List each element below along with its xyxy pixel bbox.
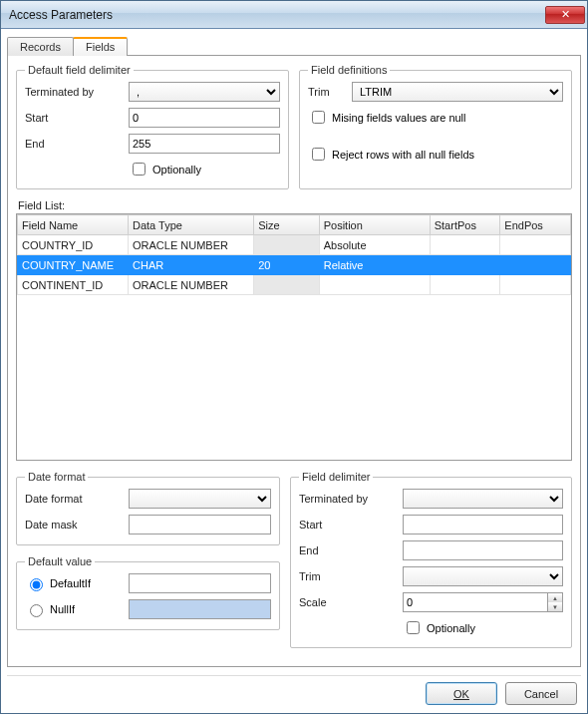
table-row[interactable]: COUNTRY_IDORACLE NUMBERAbsolute xyxy=(18,235,571,255)
group-date-format: Date format Date format Date mask xyxy=(16,471,280,545)
terminated-by-select[interactable]: , xyxy=(129,82,280,102)
column-header[interactable]: Position xyxy=(319,215,430,235)
table-cell[interactable] xyxy=(500,275,571,295)
table-cell[interactable]: COUNTRY_NAME xyxy=(18,255,129,275)
table-cell[interactable]: ORACLE NUMBER xyxy=(129,235,254,255)
fd-scale-label: Scale xyxy=(299,596,399,608)
spin-down-icon[interactable]: ▼ xyxy=(548,602,562,611)
date-format-label: Date format xyxy=(25,493,125,505)
table-cell[interactable] xyxy=(430,235,500,255)
column-header[interactable]: Size xyxy=(254,215,320,235)
reject-all-null-checkbox[interactable] xyxy=(312,148,325,161)
fd-terminated-label: Terminated by xyxy=(299,493,399,505)
titlebar: Access Parameters ✕ xyxy=(1,1,587,29)
table-row[interactable]: CONTINENT_IDORACLE NUMBER xyxy=(18,275,571,295)
tab-fields[interactable]: Fields xyxy=(73,37,128,56)
window-title: Access Parameters xyxy=(9,8,545,22)
reject-all-null-label: Reject rows with all null fields xyxy=(332,149,474,161)
group-default-value: Default value DefaultIf xyxy=(16,555,280,630)
group-date-format-legend: Date format xyxy=(25,471,88,483)
fd-terminated-select[interactable] xyxy=(403,489,563,509)
table-cell[interactable]: Relative xyxy=(319,255,430,275)
cancel-label: Cancel xyxy=(524,688,558,700)
table-cell[interactable] xyxy=(500,235,571,255)
tab-fields-label: Fields xyxy=(86,41,115,53)
column-header[interactable]: Data Type xyxy=(129,215,254,235)
tab-records[interactable]: Records xyxy=(7,37,74,56)
group-field-delimiter: Field delimiter Terminated by Start End … xyxy=(290,471,572,648)
trim-label: Trim xyxy=(308,86,348,98)
start-label: Start xyxy=(25,112,125,124)
table-cell[interactable] xyxy=(319,275,430,295)
close-button[interactable]: ✕ xyxy=(545,6,585,24)
group-default-delimiter-legend: Default field delimiter xyxy=(25,64,134,76)
nullif-radio[interactable] xyxy=(30,604,43,617)
group-default-delimiter: Default field delimiter Terminated by , … xyxy=(16,64,289,189)
column-header[interactable]: Field Name xyxy=(18,215,129,235)
field-list-label: Field List: xyxy=(18,199,572,211)
date-mask-label: Date mask xyxy=(25,519,125,531)
close-icon: ✕ xyxy=(561,8,570,21)
group-default-value-legend: Default value xyxy=(25,555,95,567)
defaultif-radio[interactable] xyxy=(30,578,43,591)
table-cell[interactable] xyxy=(500,255,571,275)
tab-panel-fields: Default field delimiter Terminated by , … xyxy=(7,55,581,667)
defaultif-label: DefaultIf xyxy=(50,577,91,589)
table-cell[interactable]: CONTINENT_ID xyxy=(18,275,129,295)
table-cell[interactable]: Absolute xyxy=(319,235,430,255)
table-cell[interactable]: ORACLE NUMBER xyxy=(129,275,254,295)
column-header[interactable]: StartPos xyxy=(430,215,500,235)
fd-end-label: End xyxy=(299,544,399,556)
tab-bar: Records Fields xyxy=(7,33,581,55)
dialog-window: Access Parameters ✕ Records Fields Defau… xyxy=(0,0,588,714)
table-cell[interactable] xyxy=(430,275,500,295)
spin-up-icon[interactable]: ▲ xyxy=(548,593,562,602)
defaultif-input[interactable] xyxy=(129,573,271,593)
fd-end-input[interactable] xyxy=(403,540,563,560)
group-field-definitions-legend: Field definitions xyxy=(308,64,390,76)
ok-button[interactable]: OK xyxy=(426,682,497,705)
table-cell[interactable]: COUNTRY_ID xyxy=(18,235,129,255)
missing-null-checkbox[interactable] xyxy=(312,111,325,124)
end-input[interactable] xyxy=(129,134,280,154)
column-header[interactable]: EndPos xyxy=(500,215,571,235)
cancel-button[interactable]: Cancel xyxy=(505,682,577,705)
date-format-select[interactable] xyxy=(129,489,271,509)
table-cell[interactable] xyxy=(254,235,320,255)
table-cell[interactable] xyxy=(430,255,500,275)
table-cell[interactable]: CHAR xyxy=(129,255,254,275)
separator xyxy=(7,675,581,676)
fd-trim-label: Trim xyxy=(299,570,399,582)
table-cell[interactable]: 20 xyxy=(254,255,320,275)
fd-scale-input[interactable] xyxy=(403,592,547,612)
date-mask-input[interactable] xyxy=(129,515,271,535)
table-cell[interactable] xyxy=(254,275,320,295)
group-field-definitions: Field definitions Trim LTRIM Mising fiel… xyxy=(299,64,572,189)
missing-null-label: Mising fields values are null xyxy=(332,112,466,124)
trim-select[interactable]: LTRIM xyxy=(352,82,563,102)
ok-label: OK xyxy=(453,688,469,700)
start-input[interactable] xyxy=(129,108,280,128)
end-label: End xyxy=(25,138,125,150)
group-field-delimiter-legend: Field delimiter xyxy=(299,471,373,483)
fd-optionally-checkbox[interactable] xyxy=(407,621,420,634)
nullif-label: NullIf xyxy=(50,603,75,615)
terminated-by-label: Terminated by xyxy=(25,86,125,98)
fd-start-label: Start xyxy=(299,519,399,531)
optionally-label: Optionally xyxy=(152,164,201,176)
field-list-grid[interactable]: Field NameData TypeSizePositionStartPosE… xyxy=(16,213,572,461)
content-area: Records Fields Default field delimiter T… xyxy=(1,29,587,713)
fd-trim-select[interactable] xyxy=(403,566,563,586)
optionally-checkbox[interactable] xyxy=(133,163,146,176)
fd-start-input[interactable] xyxy=(403,515,563,535)
nullif-input[interactable] xyxy=(129,599,271,619)
fd-optionally-label: Optionally xyxy=(427,622,475,634)
tab-records-label: Records xyxy=(20,41,61,53)
table-row[interactable]: COUNTRY_NAMECHAR20Relative xyxy=(18,255,571,275)
